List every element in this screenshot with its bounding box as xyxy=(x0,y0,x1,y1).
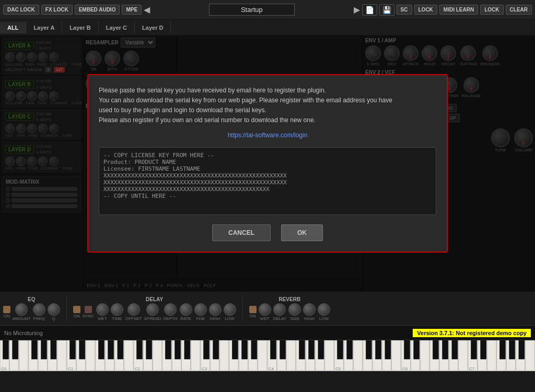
keyboard-svg: // Rendered via SVG directly below C0C1C… xyxy=(0,340,535,371)
top-toolbar: DAC LOCK FX LOCK EMBED AUDIO MPE ◀ Start… xyxy=(0,0,535,20)
clear-button[interactable]: CLEAR xyxy=(506,5,532,15)
delay-time-knob[interactable] xyxy=(111,303,123,316)
tab-layer-c[interactable]: Layer C xyxy=(99,22,135,33)
svg-text:C2: C2 xyxy=(135,366,141,371)
lock-button[interactable]: LOCK xyxy=(414,5,437,15)
svg-rect-66 xyxy=(118,340,123,359)
delay-on-label: ON xyxy=(74,314,80,318)
reverb-delay-knob[interactable] xyxy=(273,303,286,316)
svg-rect-65 xyxy=(108,340,114,359)
delay-fdb-knob[interactable] xyxy=(194,303,207,316)
svg-rect-24 xyxy=(220,340,229,371)
reverb-size-knob[interactable] xyxy=(288,303,301,316)
eq-freq-knob[interactable] xyxy=(33,303,45,316)
svg-rect-63 xyxy=(79,340,85,359)
svg-rect-77 xyxy=(270,340,276,359)
delay-wet-container: WET xyxy=(96,303,109,321)
reverb-delay-label: DELAY xyxy=(273,316,287,321)
reverb-on-indicator xyxy=(249,306,257,313)
svg-rect-69 xyxy=(165,340,171,359)
main-area: LAYER A 0.06 MB 1 MAPS VOLUME PAN FINE C… xyxy=(0,35,535,291)
file-button[interactable]: 📄 xyxy=(362,4,377,16)
svg-text:C4: C4 xyxy=(269,366,274,371)
reverb-wet-knob[interactable] xyxy=(259,303,271,316)
delay-low-container: LOW xyxy=(224,303,236,321)
delay-depth-container: DEPTH xyxy=(163,303,177,321)
dac-lock-button[interactable]: DAC LOCK xyxy=(3,5,39,15)
keyboard[interactable]: // Rendered via SVG directly below C0C1C… xyxy=(0,340,535,371)
svg-rect-70 xyxy=(175,340,181,359)
svg-rect-87 xyxy=(404,340,410,359)
delay-offset-knob[interactable] xyxy=(127,303,140,316)
embed-audio-button[interactable]: EMBED AUDIO xyxy=(75,5,120,15)
svg-rect-91 xyxy=(452,340,458,359)
delay-sync-label: SYNC xyxy=(83,314,94,318)
layer-tabs: ALL Layer A Layer B Layer C Layer D xyxy=(0,20,535,35)
delay-low-knob[interactable] xyxy=(224,303,236,316)
delay-depth-knob[interactable] xyxy=(164,303,177,316)
next-button[interactable]: ▶ xyxy=(354,5,360,15)
reverb-low-knob[interactable] xyxy=(318,303,330,316)
modal-textarea[interactable]: -- COPY LICENSE KEY FROM HERE -- Product… xyxy=(99,147,436,215)
delay-rate-knob[interactable] xyxy=(180,303,192,316)
svg-rect-94 xyxy=(499,340,505,359)
delay-high-knob[interactable] xyxy=(209,303,222,316)
svg-rect-10 xyxy=(86,340,95,371)
modal-link[interactable]: https://tal-software.com/login xyxy=(99,132,436,139)
modal-ok-button[interactable]: OK xyxy=(281,224,323,241)
modal-cancel-button[interactable]: CANCEL xyxy=(212,224,271,241)
svg-rect-17 xyxy=(153,340,162,371)
svg-rect-92 xyxy=(471,340,476,359)
reverb-size-label: SIZE xyxy=(290,316,299,321)
svg-rect-74 xyxy=(232,340,238,359)
delay-time-container: TIME xyxy=(111,303,123,321)
startup-label: Startup xyxy=(209,4,295,16)
reverb-high-knob[interactable] xyxy=(303,303,316,316)
delay-knobs-row: ON SYNC WET TIME OFFSET SPREAD xyxy=(73,303,236,321)
reverb-on-label: ON xyxy=(250,314,256,318)
status-bar: No Microtuning Version 3.7.1: Not regist… xyxy=(0,325,535,340)
sc-button[interactable]: SC xyxy=(397,5,412,15)
startup-area: Startup xyxy=(152,4,352,16)
svg-rect-7 xyxy=(57,340,66,371)
tab-layer-d[interactable]: Layer D xyxy=(135,22,171,33)
midi-learn-button[interactable]: MIDI LEARN xyxy=(439,5,478,15)
svg-rect-72 xyxy=(203,340,209,359)
tab-all[interactable]: ALL xyxy=(0,22,26,33)
fx-lock-button[interactable]: FX LOCK xyxy=(41,5,73,15)
delay-spread-knob[interactable] xyxy=(146,303,159,316)
eq-knobs-row: ON AMOUNT FREQ Q xyxy=(3,303,60,321)
reverb-size-container: SIZE xyxy=(288,303,301,321)
eq-q-knob[interactable] xyxy=(48,303,60,316)
reverb-low-label: LOW xyxy=(319,316,329,321)
delay-spread-container: SPREAD xyxy=(144,303,161,321)
svg-text:C6: C6 xyxy=(402,366,408,371)
svg-text:C7: C7 xyxy=(469,366,475,371)
eq-amount-label: AMOUNT xyxy=(13,316,31,321)
svg-rect-88 xyxy=(414,340,420,359)
svg-rect-85 xyxy=(376,340,381,359)
svg-rect-3 xyxy=(19,340,28,371)
delay-wet-knob[interactable] xyxy=(96,303,109,316)
tab-layer-a[interactable]: Layer A xyxy=(26,22,62,33)
prev-button[interactable]: ◀ xyxy=(144,5,150,15)
save-button[interactable]: 💾 xyxy=(379,4,394,16)
svg-rect-83 xyxy=(347,340,353,359)
reverb-high-container: HIGH xyxy=(303,303,316,321)
eq-amount-knob[interactable] xyxy=(15,303,28,316)
svg-rect-57 xyxy=(3,340,8,359)
svg-rect-59 xyxy=(31,340,37,359)
svg-rect-61 xyxy=(51,340,56,359)
delay-high-label: HIGH xyxy=(210,316,220,321)
svg-rect-80 xyxy=(309,340,315,359)
mpe-button[interactable]: MPE xyxy=(122,5,142,15)
delay-sync-indicator xyxy=(85,306,92,313)
lock2-button[interactable]: LOCK xyxy=(480,5,503,15)
tab-layer-b[interactable]: Layer B xyxy=(62,22,98,33)
eq-group: EQ ON AMOUNT FREQ Q xyxy=(3,296,60,321)
svg-rect-45 xyxy=(421,340,429,371)
delay-fdb-label: FDB xyxy=(196,316,205,321)
delay-rate-container: RATE xyxy=(180,303,192,321)
delay-spread-label: SPREAD xyxy=(144,316,161,321)
svg-rect-82 xyxy=(337,340,343,359)
